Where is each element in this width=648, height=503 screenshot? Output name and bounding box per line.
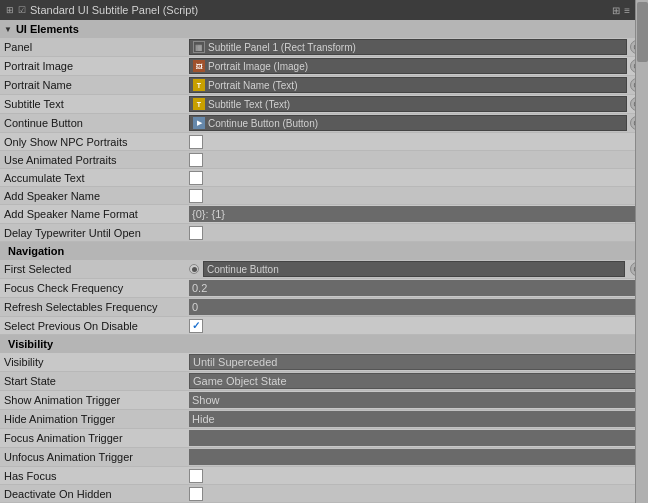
start-state-field[interactable]: Game Object State ▾ bbox=[189, 373, 644, 389]
has-focus-row: Has Focus bbox=[0, 467, 648, 485]
visibility-section-header: Visibility bbox=[0, 335, 648, 353]
title-bar: ⊞ ☑ Standard UI Subtitle Panel (Script) … bbox=[0, 0, 648, 20]
portrait-image-row: Portrait Image 🖼 Portrait Image (Image) … bbox=[0, 57, 648, 76]
show-animation-trigger-field[interactable] bbox=[189, 392, 644, 408]
book-icon[interactable]: ⊞ bbox=[612, 5, 620, 16]
start-state-value: Game Object State bbox=[193, 375, 287, 387]
has-focus-field bbox=[189, 469, 644, 483]
portrait-image-object-field[interactable]: 🖼 Portrait Image (Image) bbox=[189, 58, 627, 74]
focus-check-frequency-label: Focus Check Frequency bbox=[4, 282, 189, 294]
accumulate-text-checkbox[interactable] bbox=[189, 171, 203, 185]
show-animation-trigger-input[interactable] bbox=[189, 392, 644, 408]
portrait-image-value: Portrait Image (Image) bbox=[208, 61, 308, 72]
continue-button-icon: ▶ bbox=[193, 117, 205, 129]
accumulate-text-label: Accumulate Text bbox=[4, 172, 189, 184]
unfocus-animation-trigger-label: Unfocus Animation Trigger bbox=[4, 451, 189, 463]
portrait-name-field[interactable]: T Portrait Name (Text) ⊙ bbox=[189, 77, 644, 93]
continue-button-label: Continue Button bbox=[4, 117, 189, 129]
ui-elements-header[interactable]: ▼ UI Elements bbox=[0, 20, 648, 38]
panel-value: Subtitle Panel 1 (Rect Transform) bbox=[208, 42, 356, 53]
subtitle-text-icon: T bbox=[193, 98, 205, 110]
focus-check-frequency-field[interactable] bbox=[189, 280, 644, 296]
add-speaker-name-row: Add Speaker Name bbox=[0, 187, 648, 205]
start-state-dropdown[interactable]: Game Object State ▾ bbox=[189, 373, 644, 389]
delay-typewriter-until-open-field bbox=[189, 226, 644, 240]
visibility-value: Until Superceded bbox=[193, 356, 277, 368]
only-show-npc-portraits-field bbox=[189, 135, 644, 149]
select-previous-on-disable-checkbox[interactable] bbox=[189, 319, 203, 333]
first-selected-row: First Selected Continue Button ⊙ bbox=[0, 260, 648, 279]
unfocus-animation-trigger-row: Unfocus Animation Trigger bbox=[0, 448, 648, 467]
focus-animation-trigger-label: Focus Animation Trigger bbox=[4, 432, 189, 444]
continue-button-object-field[interactable]: ▶ Continue Button (Button) bbox=[189, 115, 627, 131]
only-show-npc-portraits-checkbox[interactable] bbox=[189, 135, 203, 149]
first-selected-radio[interactable] bbox=[189, 264, 199, 274]
subtitle-text-value: Subtitle Text (Text) bbox=[208, 99, 290, 110]
focus-animation-trigger-field[interactable] bbox=[189, 430, 644, 446]
first-selected-field[interactable]: Continue Button ⊙ bbox=[189, 261, 644, 277]
hide-animation-trigger-field[interactable] bbox=[189, 411, 644, 427]
inspector-panel: ⊞ ☑ Standard UI Subtitle Panel (Script) … bbox=[0, 0, 648, 503]
visibility-label: Visibility bbox=[4, 356, 189, 368]
visibility-row: Visibility Until Superceded ▾ bbox=[0, 353, 648, 372]
add-speaker-name-format-label: Add Speaker Name Format bbox=[4, 208, 189, 220]
delay-typewriter-until-open-row: Delay Typewriter Until Open bbox=[0, 224, 648, 242]
add-speaker-name-format-field[interactable] bbox=[189, 206, 644, 222]
first-selected-value: Continue Button bbox=[207, 264, 279, 275]
deactivate-on-hidden-checkbox[interactable] bbox=[189, 487, 203, 501]
deactivate-on-hidden-field bbox=[189, 487, 644, 501]
continue-button-field[interactable]: ▶ Continue Button (Button) ⊙ bbox=[189, 115, 644, 131]
portrait-image-label: Portrait Image bbox=[4, 60, 189, 72]
show-animation-trigger-row: Show Animation Trigger bbox=[0, 391, 648, 410]
add-speaker-name-format-input[interactable] bbox=[189, 206, 644, 222]
ui-elements-label: UI Elements bbox=[16, 23, 79, 35]
hide-animation-trigger-input[interactable] bbox=[189, 411, 644, 427]
use-animated-portraits-label: Use Animated Portraits bbox=[4, 154, 189, 166]
portrait-name-object-field[interactable]: T Portrait Name (Text) bbox=[189, 77, 627, 93]
collapse-triangle: ▼ bbox=[4, 25, 12, 34]
use-animated-portraits-checkbox[interactable] bbox=[189, 153, 203, 167]
visibility-dropdown[interactable]: Until Superceded ▾ bbox=[189, 354, 644, 370]
focus-animation-trigger-input[interactable] bbox=[189, 430, 644, 446]
focus-check-frequency-input[interactable] bbox=[189, 280, 644, 296]
first-selected-object-field[interactable]: Continue Button bbox=[203, 261, 625, 277]
delay-typewriter-until-open-label: Delay Typewriter Until Open bbox=[4, 227, 189, 239]
only-show-npc-portraits-label: Only Show NPC Portraits bbox=[4, 136, 189, 148]
scrollbar[interactable] bbox=[635, 0, 648, 503]
subtitle-text-field[interactable]: T Subtitle Text (Text) ⊙ bbox=[189, 96, 644, 112]
portrait-name-row: Portrait Name T Portrait Name (Text) ⊙ bbox=[0, 76, 648, 95]
portrait-name-icon: T bbox=[193, 79, 205, 91]
delay-typewriter-until-open-checkbox[interactable] bbox=[189, 226, 203, 240]
component-enable-checkbox[interactable]: ☑ bbox=[18, 5, 26, 15]
panel-icon: ▦ bbox=[193, 41, 205, 53]
subtitle-text-label: Subtitle Text bbox=[4, 98, 189, 110]
use-animated-portraits-field bbox=[189, 153, 644, 167]
start-state-row: Start State Game Object State ▾ bbox=[0, 372, 648, 391]
panel-object-field[interactable]: ▦ Subtitle Panel 1 (Rect Transform) bbox=[189, 39, 627, 55]
refresh-selectables-frequency-field[interactable] bbox=[189, 299, 644, 315]
hide-animation-trigger-row: Hide Animation Trigger bbox=[0, 410, 648, 429]
deactivate-on-hidden-row: Deactivate On Hidden bbox=[0, 485, 648, 503]
portrait-image-field[interactable]: 🖼 Portrait Image (Image) ⊙ bbox=[189, 58, 644, 74]
start-state-label: Start State bbox=[4, 375, 189, 387]
add-speaker-name-checkbox[interactable] bbox=[189, 189, 203, 203]
title-text: Standard UI Subtitle Panel (Script) bbox=[30, 4, 198, 16]
component-toggle-checkbox[interactable]: ⊞ bbox=[6, 5, 14, 15]
add-speaker-name-label: Add Speaker Name bbox=[4, 190, 189, 202]
menu-icon[interactable]: ≡ bbox=[624, 5, 630, 16]
continue-button-row: Continue Button ▶ Continue Button (Butto… bbox=[0, 114, 648, 133]
select-previous-on-disable-field bbox=[189, 319, 644, 333]
refresh-selectables-frequency-label: Refresh Selectables Frequency bbox=[4, 301, 189, 313]
subtitle-text-object-field[interactable]: T Subtitle Text (Text) bbox=[189, 96, 627, 112]
unfocus-animation-trigger-input[interactable] bbox=[189, 449, 644, 465]
panel-field[interactable]: ▦ Subtitle Panel 1 (Rect Transform) ⊙ bbox=[189, 39, 644, 55]
refresh-selectables-frequency-input[interactable] bbox=[189, 299, 644, 315]
visibility-field[interactable]: Until Superceded ▾ bbox=[189, 354, 644, 370]
select-previous-on-disable-row: Select Previous On Disable bbox=[0, 317, 648, 335]
select-previous-on-disable-label: Select Previous On Disable bbox=[4, 320, 189, 332]
unfocus-animation-trigger-field[interactable] bbox=[189, 449, 644, 465]
visibility-section-label: Visibility bbox=[8, 338, 53, 350]
scrollbar-thumb[interactable] bbox=[637, 2, 648, 62]
navigation-header: Navigation bbox=[0, 242, 648, 260]
has-focus-checkbox[interactable] bbox=[189, 469, 203, 483]
